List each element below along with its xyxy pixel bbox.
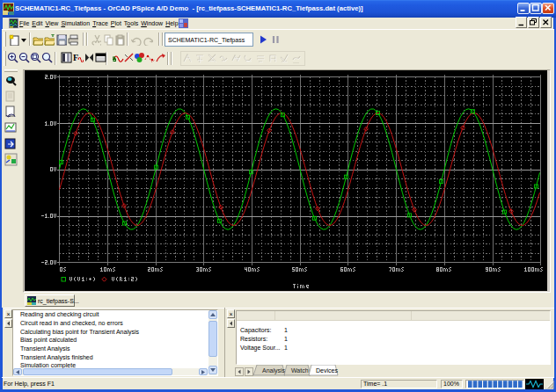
svg-text:Analysis: Analysis	[262, 367, 286, 374]
svg-text:F: F	[73, 53, 78, 62]
svg-text:Watch: Watch	[291, 367, 309, 374]
svg-text:Devices: Devices	[316, 367, 338, 374]
